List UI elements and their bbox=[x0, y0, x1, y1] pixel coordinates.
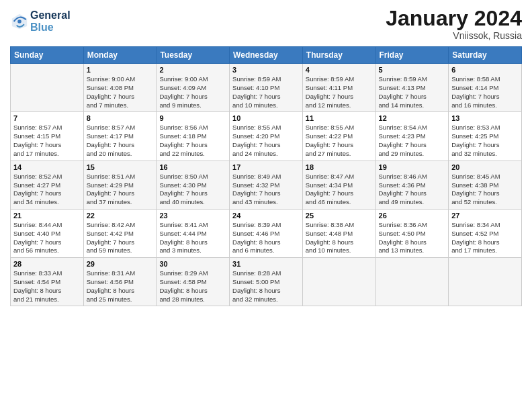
day-number: 10 bbox=[232, 114, 300, 122]
day-info: Sunrise: 8:54 AM Sunset: 4:23 PM Dayligh… bbox=[379, 124, 446, 158]
calendar-table: Sunday Monday Tuesday Wednesday Thursday… bbox=[10, 46, 522, 306]
header-wednesday: Wednesday bbox=[230, 47, 303, 64]
calendar-week-row: 28Sunrise: 8:33 AM Sunset: 4:54 PM Dayli… bbox=[11, 258, 522, 306]
day-info: Sunrise: 8:52 AM Sunset: 4:27 PM Dayligh… bbox=[13, 173, 81, 207]
day-info: Sunrise: 8:38 AM Sunset: 4:48 PM Dayligh… bbox=[306, 221, 373, 255]
header-saturday: Saturday bbox=[449, 47, 522, 64]
day-number: 13 bbox=[451, 114, 519, 122]
header: General Blue January 2024 Vniissok, Russ… bbox=[10, 7, 522, 41]
day-number: 21 bbox=[13, 212, 81, 220]
calendar-cell: 17Sunrise: 8:49 AM Sunset: 4:32 PM Dayli… bbox=[230, 161, 303, 209]
day-number: 30 bbox=[159, 260, 226, 268]
calendar-cell: 10Sunrise: 8:55 AM Sunset: 4:20 PM Dayli… bbox=[230, 112, 303, 161]
day-number: 5 bbox=[379, 66, 446, 74]
day-number: 1 bbox=[87, 66, 154, 74]
logo-text: General Blue bbox=[30, 9, 71, 33]
calendar-cell: 18Sunrise: 8:47 AM Sunset: 4:34 PM Dayli… bbox=[302, 161, 375, 209]
day-number: 31 bbox=[232, 260, 300, 268]
calendar-cell: 16Sunrise: 8:50 AM Sunset: 4:30 PM Dayli… bbox=[157, 161, 230, 209]
header-tuesday: Tuesday bbox=[157, 47, 230, 64]
day-info: Sunrise: 8:58 AM Sunset: 4:14 PM Dayligh… bbox=[451, 75, 519, 109]
day-info: Sunrise: 8:59 AM Sunset: 4:13 PM Dayligh… bbox=[379, 75, 446, 109]
calendar-cell bbox=[11, 64, 84, 112]
day-number: 18 bbox=[306, 163, 373, 171]
day-info: Sunrise: 8:57 AM Sunset: 4:17 PM Dayligh… bbox=[87, 124, 154, 158]
calendar-cell: 11Sunrise: 8:55 AM Sunset: 4:22 PM Dayli… bbox=[302, 112, 375, 161]
calendar-week-row: 14Sunrise: 8:52 AM Sunset: 4:27 PM Dayli… bbox=[11, 161, 522, 209]
day-number: 26 bbox=[379, 212, 446, 220]
calendar-cell: 9Sunrise: 8:56 AM Sunset: 4:18 PM Daylig… bbox=[157, 112, 230, 161]
day-number: 4 bbox=[306, 66, 373, 74]
day-info: Sunrise: 8:45 AM Sunset: 4:38 PM Dayligh… bbox=[451, 173, 519, 207]
calendar-cell: 4Sunrise: 8:59 AM Sunset: 4:11 PM Daylig… bbox=[302, 64, 375, 112]
day-number: 7 bbox=[13, 114, 81, 122]
day-info: Sunrise: 8:53 AM Sunset: 4:25 PM Dayligh… bbox=[451, 124, 519, 158]
day-info: Sunrise: 8:49 AM Sunset: 4:32 PM Dayligh… bbox=[232, 173, 300, 207]
day-info: Sunrise: 8:28 AM Sunset: 5:00 PM Dayligh… bbox=[232, 269, 300, 304]
calendar-cell: 2Sunrise: 9:00 AM Sunset: 4:09 AM Daylig… bbox=[157, 64, 230, 112]
day-number: 23 bbox=[159, 212, 226, 220]
day-info: Sunrise: 8:59 AM Sunset: 4:10 PM Dayligh… bbox=[232, 75, 300, 109]
day-info: Sunrise: 8:41 AM Sunset: 4:44 PM Dayligh… bbox=[159, 221, 226, 255]
day-info: Sunrise: 8:39 AM Sunset: 4:46 PM Dayligh… bbox=[232, 221, 300, 255]
day-number: 15 bbox=[87, 163, 154, 171]
day-number: 22 bbox=[87, 212, 154, 220]
day-number: 25 bbox=[306, 212, 373, 220]
day-info: Sunrise: 8:50 AM Sunset: 4:30 PM Dayligh… bbox=[159, 173, 226, 207]
day-number: 14 bbox=[13, 163, 81, 171]
calendar-week-row: 21Sunrise: 8:44 AM Sunset: 4:40 PM Dayli… bbox=[11, 209, 522, 257]
day-info: Sunrise: 8:59 AM Sunset: 4:11 PM Dayligh… bbox=[306, 75, 373, 109]
day-info: Sunrise: 8:29 AM Sunset: 4:58 PM Dayligh… bbox=[159, 269, 226, 304]
day-number: 6 bbox=[451, 66, 519, 74]
day-number: 24 bbox=[232, 212, 300, 220]
calendar-cell: 25Sunrise: 8:38 AM Sunset: 4:48 PM Dayli… bbox=[302, 209, 375, 257]
header-thursday: Thursday bbox=[302, 47, 375, 64]
day-number: 2 bbox=[159, 66, 226, 74]
calendar-cell: 12Sunrise: 8:54 AM Sunset: 4:23 PM Dayli… bbox=[375, 112, 449, 161]
calendar-cell: 8Sunrise: 8:57 AM Sunset: 4:17 PM Daylig… bbox=[83, 112, 157, 161]
calendar-cell: 22Sunrise: 8:42 AM Sunset: 4:42 PM Dayli… bbox=[83, 209, 157, 257]
svg-point-1 bbox=[17, 19, 21, 24]
calendar-body: 1Sunrise: 9:00 AM Sunset: 4:08 PM Daylig… bbox=[11, 64, 522, 306]
month-title: January 2024 bbox=[386, 7, 522, 30]
day-number: 20 bbox=[451, 163, 519, 171]
calendar-cell: 23Sunrise: 8:41 AM Sunset: 4:44 PM Dayli… bbox=[157, 209, 230, 257]
day-info: Sunrise: 8:44 AM Sunset: 4:40 PM Dayligh… bbox=[13, 221, 81, 255]
title-block: January 2024 Vniissok, Russia bbox=[386, 7, 522, 41]
subtitle: Vniissok, Russia bbox=[386, 30, 522, 41]
day-info: Sunrise: 8:34 AM Sunset: 4:52 PM Dayligh… bbox=[451, 221, 519, 255]
logo: General Blue bbox=[10, 9, 71, 33]
calendar-cell bbox=[449, 258, 522, 306]
calendar-cell: 15Sunrise: 8:51 AM Sunset: 4:29 PM Dayli… bbox=[83, 161, 157, 209]
day-number: 16 bbox=[159, 163, 226, 171]
calendar-cell: 24Sunrise: 8:39 AM Sunset: 4:46 PM Dayli… bbox=[230, 209, 303, 257]
day-info: Sunrise: 9:00 AM Sunset: 4:09 AM Dayligh… bbox=[159, 75, 226, 109]
day-number: 29 bbox=[87, 260, 154, 268]
calendar-cell: 21Sunrise: 8:44 AM Sunset: 4:40 PM Dayli… bbox=[11, 209, 84, 257]
calendar-cell: 28Sunrise: 8:33 AM Sunset: 4:54 PM Dayli… bbox=[11, 258, 84, 306]
day-info: Sunrise: 8:33 AM Sunset: 4:54 PM Dayligh… bbox=[13, 269, 81, 304]
header-monday: Monday bbox=[83, 47, 157, 64]
calendar-week-row: 1Sunrise: 9:00 AM Sunset: 4:08 PM Daylig… bbox=[11, 64, 522, 112]
calendar-cell: 31Sunrise: 8:28 AM Sunset: 5:00 PM Dayli… bbox=[230, 258, 303, 306]
day-number: 19 bbox=[379, 163, 446, 171]
calendar-cell: 19Sunrise: 8:46 AM Sunset: 4:36 PM Dayli… bbox=[375, 161, 449, 209]
calendar-cell: 27Sunrise: 8:34 AM Sunset: 4:52 PM Dayli… bbox=[449, 209, 522, 257]
calendar-cell: 6Sunrise: 8:58 AM Sunset: 4:14 PM Daylig… bbox=[449, 64, 522, 112]
calendar-cell: 26Sunrise: 8:36 AM Sunset: 4:50 PM Dayli… bbox=[375, 209, 449, 257]
day-info: Sunrise: 9:00 AM Sunset: 4:08 PM Dayligh… bbox=[87, 75, 154, 109]
day-info: Sunrise: 8:46 AM Sunset: 4:36 PM Dayligh… bbox=[379, 173, 446, 207]
day-number: 3 bbox=[232, 66, 300, 74]
calendar-cell: 5Sunrise: 8:59 AM Sunset: 4:13 PM Daylig… bbox=[375, 64, 449, 112]
calendar-cell bbox=[375, 258, 449, 306]
day-info: Sunrise: 8:47 AM Sunset: 4:34 PM Dayligh… bbox=[306, 173, 373, 207]
day-info: Sunrise: 8:57 AM Sunset: 4:15 PM Dayligh… bbox=[13, 124, 81, 158]
calendar-cell: 1Sunrise: 9:00 AM Sunset: 4:08 PM Daylig… bbox=[83, 64, 157, 112]
day-info: Sunrise: 8:36 AM Sunset: 4:50 PM Dayligh… bbox=[379, 221, 446, 255]
day-info: Sunrise: 8:31 AM Sunset: 4:56 PM Dayligh… bbox=[87, 269, 154, 304]
header-sunday: Sunday bbox=[11, 47, 84, 64]
day-number: 11 bbox=[306, 114, 373, 122]
day-number: 9 bbox=[159, 114, 226, 122]
day-number: 27 bbox=[451, 212, 519, 220]
header-friday: Friday bbox=[375, 47, 449, 64]
